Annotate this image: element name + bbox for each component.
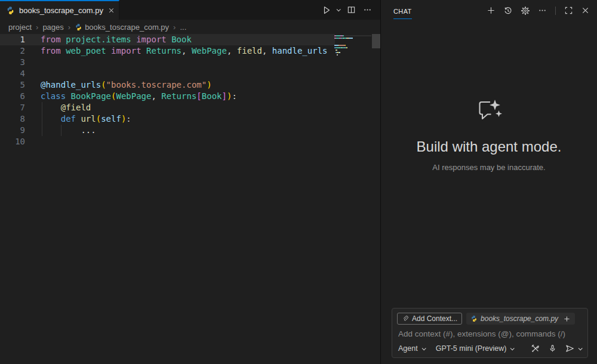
divider bbox=[555, 7, 556, 15]
line-number: 9 bbox=[0, 125, 30, 136]
chat-header-actions bbox=[485, 5, 591, 17]
breadcrumb-separator: › bbox=[34, 23, 40, 32]
code-line[interactable]: 8 def url(self): bbox=[0, 113, 380, 125]
minimap-line bbox=[334, 35, 371, 36]
empty-state-title: Build with agent mode. bbox=[381, 138, 597, 155]
python-icon bbox=[75, 23, 82, 31]
python-icon bbox=[6, 6, 15, 15]
code-line[interactable]: 4 bbox=[0, 68, 380, 79]
tab-chat[interactable]: CHAT bbox=[393, 2, 412, 19]
minimap-line bbox=[334, 52, 371, 53]
code-lines: 1from project.items import Book2from web… bbox=[0, 34, 380, 147]
tab-label: books_toscrape_com.py bbox=[19, 6, 103, 15]
line-number: 3 bbox=[0, 57, 30, 68]
settings-icon[interactable] bbox=[519, 5, 531, 17]
code-editor[interactable]: 1from project.items import Book2from web… bbox=[0, 34, 380, 364]
chat-empty-state: Build with agent mode. AI responses may … bbox=[381, 98, 597, 172]
mode-picker[interactable]: Agent bbox=[398, 344, 425, 353]
code-line[interactable]: 10 bbox=[0, 136, 380, 147]
code-text: ... bbox=[41, 125, 96, 136]
breadcrumb-separator: › bbox=[66, 23, 72, 32]
maximize-icon[interactable] bbox=[563, 5, 574, 16]
model-picker[interactable]: GPT-5 mini (Preview) bbox=[436, 344, 514, 353]
tools-icon[interactable] bbox=[531, 344, 540, 353]
breadcrumb-item[interactable]: project bbox=[8, 23, 32, 32]
indent-guide bbox=[42, 102, 42, 136]
code-text: def url(self): bbox=[41, 113, 131, 125]
attached-file-chip[interactable]: books_toscrape_com.py bbox=[466, 313, 575, 325]
code-text: class BookPage(WebPage, Returns[Book]): bbox=[41, 91, 237, 102]
chat-panel-header: CHAT bbox=[381, 0, 597, 21]
line-number: 10 bbox=[0, 136, 30, 147]
run-button[interactable] bbox=[321, 4, 341, 16]
chat-panel: CHAT bbox=[380, 0, 597, 364]
code-line[interactable]: 3 bbox=[0, 57, 380, 68]
editor-actions bbox=[321, 0, 373, 20]
editor-scrollbar[interactable] bbox=[372, 34, 380, 48]
close-icon[interactable] bbox=[580, 5, 591, 16]
add-context-label: Add Context... bbox=[412, 314, 457, 323]
code-line[interactable]: 6class BookPage(WebPage, Returns[Book]): bbox=[0, 91, 380, 102]
run-dropdown-icon[interactable] bbox=[337, 7, 341, 11]
tab-books-toscrape[interactable]: books_toscrape_com.py bbox=[0, 0, 119, 20]
code-line[interactable]: 5@handle_urls("books.toscrape.com") bbox=[0, 79, 380, 91]
minimap-line bbox=[334, 38, 371, 39]
context-chips-row: Add Context... books_toscrape_com.py bbox=[397, 313, 587, 325]
editor-region: books_toscrape_com.py bbox=[0, 0, 380, 364]
attached-file-name: books_toscrape_com.py bbox=[481, 314, 558, 323]
code-text: from project.items import Book bbox=[41, 34, 192, 45]
line-number: 6 bbox=[0, 91, 30, 102]
more-icon[interactable] bbox=[537, 5, 548, 16]
code-line[interactable]: 7 @field bbox=[0, 102, 380, 113]
close-icon[interactable] bbox=[107, 7, 115, 14]
code-line[interactable]: 9 ... bbox=[0, 125, 380, 136]
code-text: from web_poet import Returns, WebPage, f… bbox=[41, 45, 328, 57]
indent-guide bbox=[61, 125, 61, 136]
chat-text-input[interactable]: Add context (#), extensions (@), command… bbox=[398, 329, 581, 338]
chat-input-toolbar: Agent GPT-5 mini (Preview) bbox=[398, 344, 581, 353]
send-dropdown-icon[interactable] bbox=[578, 346, 583, 350]
line-number: 8 bbox=[0, 113, 30, 125]
chat-input-box[interactable]: Add Context... books_toscrape_com.py bbox=[392, 308, 588, 358]
code-text: @field bbox=[41, 102, 91, 113]
paperclip-icon bbox=[402, 315, 409, 323]
chevron-down-icon bbox=[510, 346, 515, 350]
code-line[interactable]: 1from project.items import Book bbox=[0, 34, 380, 45]
minimap-line bbox=[334, 45, 371, 46]
vscode-window: books_toscrape_com.py bbox=[0, 0, 597, 364]
model-label: GPT-5 mini (Preview) bbox=[436, 344, 507, 353]
python-icon bbox=[470, 315, 478, 322]
minimap-line bbox=[334, 50, 371, 51]
minimap-line bbox=[334, 40, 371, 41]
minimap[interactable] bbox=[334, 35, 371, 78]
minimap-line bbox=[334, 54, 371, 55]
minimap-line bbox=[334, 57, 371, 58]
mode-label: Agent bbox=[398, 344, 418, 353]
breadcrumb-tail[interactable]: ... bbox=[180, 23, 186, 32]
line-number: 4 bbox=[0, 68, 30, 79]
breadcrumb-file[interactable]: books_toscrape_com.py bbox=[85, 23, 169, 32]
code-line[interactable]: 2from web_poet import Returns, WebPage, … bbox=[0, 45, 380, 57]
split-editor-button[interactable] bbox=[346, 4, 357, 16]
minimap-line bbox=[334, 42, 371, 44]
breadcrumb-separator: › bbox=[171, 23, 177, 32]
code-text: @handle_urls("books.toscrape.com") bbox=[41, 79, 212, 91]
empty-state-subtitle: AI responses may be inaccurate. bbox=[381, 163, 597, 172]
send-icon[interactable] bbox=[565, 344, 575, 353]
add-icon[interactable] bbox=[563, 315, 571, 323]
input-actions bbox=[531, 344, 581, 353]
breadcrumb: project › pages › books_toscrape_com.py … bbox=[0, 20, 380, 34]
chat-sparkle-icon bbox=[474, 98, 504, 124]
line-number: 1 bbox=[0, 34, 30, 45]
more-actions-icon[interactable] bbox=[362, 4, 373, 16]
tab-bar: books_toscrape_com.py bbox=[0, 0, 380, 20]
line-number: 2 bbox=[0, 45, 30, 57]
mic-icon[interactable] bbox=[548, 344, 557, 353]
line-number: 7 bbox=[0, 102, 30, 113]
breadcrumb-item[interactable]: pages bbox=[42, 23, 63, 32]
new-chat-icon[interactable] bbox=[485, 5, 497, 16]
history-icon[interactable] bbox=[502, 5, 514, 17]
minimap-line bbox=[334, 47, 371, 48]
add-context-button[interactable]: Add Context... bbox=[397, 313, 462, 325]
chevron-down-icon bbox=[421, 346, 426, 350]
